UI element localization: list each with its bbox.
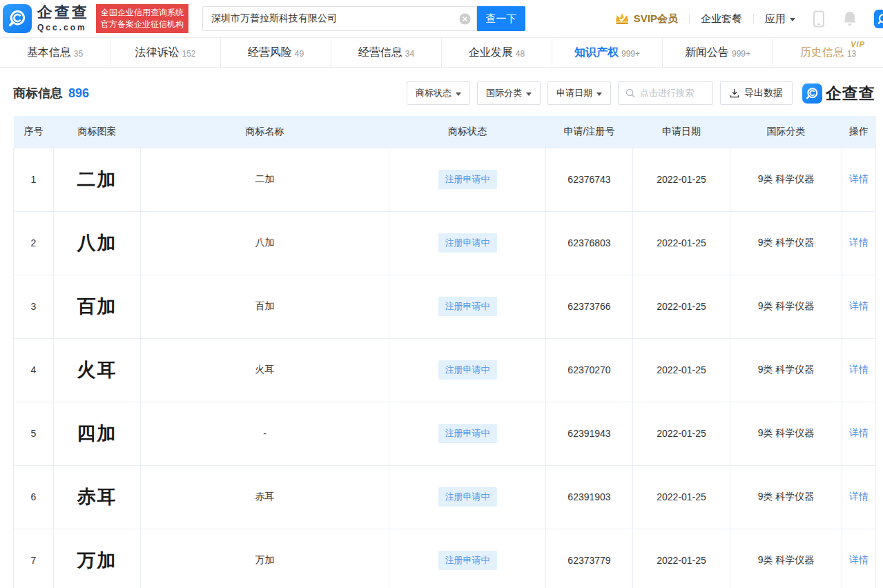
section-title: 商标信息 — [13, 85, 63, 101]
intl-classification: 9类 科学仪器 — [730, 529, 842, 588]
enterprise-package-link[interactable]: 企业套餐 — [701, 12, 742, 26]
detail-link[interactable]: 详情 — [849, 300, 869, 311]
chevron-down-icon — [526, 92, 532, 96]
header-nav: SVIP会员 企业套餐 应用 — [614, 10, 883, 28]
row-index: 7 — [14, 529, 54, 588]
registration-number: 62373779 — [546, 529, 633, 588]
column-header: 操作 — [842, 116, 876, 148]
registration-number: 62376743 — [546, 148, 633, 211]
detail-link[interactable]: 详情 — [849, 554, 869, 565]
status-badge: 注册申请中 — [438, 297, 497, 316]
row-index: 6 — [14, 465, 54, 529]
divider — [689, 14, 690, 24]
tab-4[interactable]: 经营信息 34 — [331, 38, 442, 67]
status-badge: 注册申请中 — [438, 551, 497, 570]
trademark-section-header: 商标信息 896 商标状态 国际分类 申请日期 点击进行搜索 导出数据 — [13, 81, 875, 105]
trademark-name: 百加 — [141, 275, 389, 338]
certification-line2: 官方备案企业征信机构 — [101, 19, 184, 30]
registration-number: 62373766 — [546, 275, 633, 338]
apply-date: 2022-01-25 — [633, 402, 730, 465]
vip-badge: VIP — [851, 40, 865, 48]
tab-count: 999+ — [621, 49, 640, 59]
table-row: 7 万加 万加 注册申请中 62373779 2022-01-25 9类 科学仪… — [14, 529, 876, 588]
intl-classification: 9类 科学仪器 — [730, 465, 842, 529]
trademark-image: 二加 — [55, 167, 139, 192]
tab-1[interactable]: 基本信息 35 — [0, 38, 110, 67]
apply-date: 2022-01-25 — [633, 275, 730, 338]
status-badge: 注册申请中 — [438, 170, 497, 189]
search-button[interactable]: 查一下 — [477, 6, 525, 31]
tab-label: 法律诉讼 — [135, 46, 179, 60]
search-placeholder: 点击进行搜索 — [640, 87, 694, 99]
trademark-name: - — [141, 402, 389, 465]
tab-3[interactable]: 经营风险 49 — [221, 38, 331, 67]
intl-classification: 9类 科学仪器 — [730, 148, 842, 211]
column-header: 国际分类 — [730, 116, 842, 148]
status-badge: 注册申请中 — [438, 424, 497, 443]
section-tools: 商标状态 国际分类 申请日期 点击进行搜索 导出数据 — [400, 81, 875, 105]
intl-classification: 9类 科学仪器 — [730, 338, 842, 402]
export-data-button[interactable]: 导出数据 — [720, 81, 793, 105]
bell-icon[interactable] — [842, 10, 857, 27]
download-icon — [730, 88, 739, 98]
column-header: 商标图案 — [54, 116, 141, 148]
apps-menu[interactable]: 应用 — [765, 12, 795, 26]
mobile-app-icon[interactable] — [812, 10, 826, 28]
status-badge: 注册申请中 — [438, 360, 497, 380]
watermark-text: 企查查 — [826, 83, 875, 104]
filter-intl-class[interactable]: 国际分类 — [477, 81, 541, 105]
intl-classification: 9类 科学仪器 — [730, 402, 842, 465]
filter-apply-date[interactable]: 申请日期 — [547, 81, 611, 105]
company-search-input[interactable] — [202, 6, 477, 31]
status-badge: 注册申请中 — [438, 487, 497, 507]
tab-label: 基本信息 — [27, 46, 71, 60]
detail-link[interactable]: 详情 — [849, 237, 869, 248]
trademark-name: 万加 — [141, 529, 389, 588]
svip-member-link[interactable]: SVIP会员 — [614, 12, 678, 26]
chevron-down-icon — [456, 92, 461, 96]
divider — [753, 14, 754, 24]
tab-count: 999+ — [732, 49, 750, 59]
header-search-area: 查一下 — [202, 6, 525, 31]
tab-7[interactable]: 新闻公告 999+ — [663, 38, 773, 67]
row-index: 1 — [14, 148, 54, 211]
tab-8[interactable]: VIP 历史信息 13 — [773, 38, 883, 67]
tab-6[interactable]: 知识产权 999+ — [552, 38, 663, 67]
detail-link[interactable]: 详情 — [849, 173, 869, 184]
tab-count: 152 — [182, 49, 195, 59]
certification-badge: 全国企业信用查询系统 官方备案企业征信机构 — [96, 4, 188, 33]
tab-label: 经营信息 — [358, 46, 402, 60]
trademark-image: 百加 — [55, 294, 139, 319]
tab-label: 历史信息 — [800, 46, 844, 60]
brand-text: 企查查 Qcc.com — [37, 5, 89, 32]
trademark-image: 四加 — [55, 421, 139, 446]
table-row: 4 火耳 火耳 注册申请中 62370270 2022-01-25 9类 科学仪… — [14, 338, 876, 402]
detail-link[interactable]: 详情 — [849, 427, 869, 438]
trademark-name: 赤耳 — [141, 465, 389, 529]
clear-icon[interactable] — [459, 13, 471, 25]
certification-line1: 全国企业信用查询系统 — [101, 7, 184, 19]
row-index: 4 — [14, 338, 54, 402]
tab-count: 48 — [516, 49, 525, 59]
qcc-logo-icon — [3, 4, 32, 33]
avatar-logo[interactable] — [874, 10, 883, 28]
column-header: 商标名称 — [141, 116, 389, 148]
table-search-input[interactable]: 点击进行搜索 — [618, 81, 713, 105]
detail-link[interactable]: 详情 — [849, 364, 869, 375]
trademark-name: 八加 — [141, 211, 389, 275]
tab-count: 34 — [405, 49, 414, 59]
status-badge: 注册申请中 — [438, 233, 497, 253]
tab-5[interactable]: 企业发展 48 — [442, 38, 552, 67]
table-body: 1 二加 二加 注册申请中 62376743 2022-01-25 9类 科学仪… — [14, 148, 876, 588]
filter-trademark-status[interactable]: 商标状态 — [407, 81, 470, 105]
tab-2[interactable]: 法律诉讼 152 — [110, 38, 221, 67]
column-header: 序号 — [14, 116, 54, 148]
qcc-logo[interactable]: 企查查 Qcc.com — [3, 4, 89, 33]
chevron-down-icon — [790, 18, 795, 21]
row-index: 3 — [14, 275, 54, 338]
detail-link[interactable]: 详情 — [849, 491, 869, 502]
column-header: 商标状态 — [389, 116, 546, 148]
trademark-name: 火耳 — [141, 338, 389, 402]
apply-date: 2022-01-25 — [633, 148, 730, 211]
registration-number: 62370270 — [546, 338, 633, 402]
